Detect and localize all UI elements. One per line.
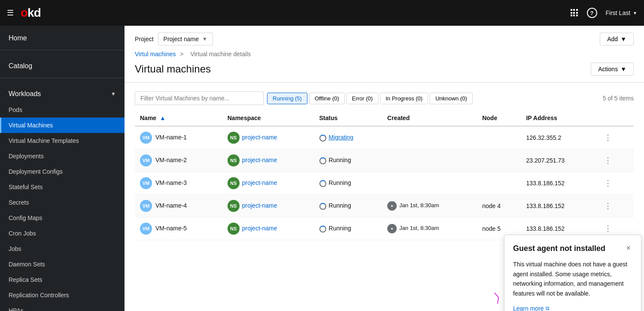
project-selector: Project Project name ▼ Add ▼	[135, 33, 634, 45]
cell-name: VMVM-name-4	[135, 195, 222, 217]
popover-close-button[interactable]: ×	[624, 244, 632, 253]
ip-address: 133.8.186.152	[526, 225, 565, 232]
sidebar-rs-label: Replica Sets	[9, 276, 43, 283]
filter-tab-in-progress[interactable]: In Progress (0)	[380, 93, 428, 104]
ns-badge: NS	[228, 200, 240, 212]
namespace-link[interactable]: project-name	[242, 157, 277, 163]
cell-namespace: NSproject-name	[222, 126, 314, 149]
sidebar-item-jobs[interactable]: Jobs	[0, 241, 125, 257]
col-name-label: Name	[140, 115, 156, 121]
sort-icon[interactable]: ▲	[160, 115, 166, 121]
kebab-menu-button[interactable]: ⋮	[601, 133, 615, 142]
status-migrating-link[interactable]: Migrating	[329, 134, 354, 141]
project-name: Project name	[164, 36, 199, 42]
filter-tab-error[interactable]: Error (0)	[346, 93, 378, 104]
filter-tab-running[interactable]: Running (5)	[267, 93, 307, 104]
cell-kebab: ⋮	[595, 172, 634, 195]
vm-name[interactable]: VM-name-2	[155, 157, 187, 163]
breadcrumb-separator: >	[180, 51, 183, 57]
ns-badge: NS	[228, 132, 240, 144]
sidebar-item-pods[interactable]: Pods	[0, 102, 125, 118]
ip-address: 126.32.355.2	[526, 134, 561, 141]
col-namespace: Namespace	[222, 110, 314, 126]
ns-badge: NS	[228, 177, 240, 189]
kebab-menu-button[interactable]: ⋮	[601, 178, 615, 188]
cell-status: Running	[314, 172, 383, 195]
sidebar-item-deployment-configs[interactable]: Deployment Configs	[0, 164, 125, 179]
sidebar-item-replication-controllers[interactable]: Replication Controllers	[0, 287, 125, 303]
logo-rest: kd	[27, 6, 41, 19]
sidebar-cj-label: Cron Jobs	[9, 230, 36, 237]
cell-namespace: NSproject-name	[222, 172, 314, 195]
hamburger-menu-icon[interactable]: ☰	[7, 8, 14, 18]
sidebar-item-cron-jobs[interactable]: Cron Jobs	[0, 226, 125, 241]
vm-name[interactable]: VM-name-4	[155, 202, 187, 209]
logo-o: o	[21, 6, 27, 19]
sidebar-item-config-maps[interactable]: Config Maps	[0, 210, 125, 226]
sidebar-hpas-label: HPAs	[9, 307, 24, 311]
add-button[interactable]: Add ▼	[600, 33, 634, 45]
filter-unknown-label: Unknown (0)	[435, 95, 467, 102]
project-caret-icon: ▼	[202, 36, 207, 42]
sidebar-item-stateful-sets[interactable]: Stateful Sets	[0, 179, 125, 195]
external-link-icon: ⧉	[546, 305, 550, 311]
vm-name[interactable]: VM-name-3	[155, 179, 187, 186]
sidebar-item-deployments[interactable]: Deployments	[0, 148, 125, 164]
sidebar-item-home[interactable]: Home	[0, 26, 125, 46]
vm-name[interactable]: VM-name-1	[155, 134, 187, 141]
namespace-link[interactable]: project-name	[242, 134, 277, 141]
sidebar-item-replica-sets[interactable]: Replica Sets	[0, 272, 125, 287]
cell-node	[477, 172, 521, 195]
app-logo: okd	[21, 6, 41, 20]
cell-ip: 126.32.355.2	[521, 126, 595, 149]
sidebar-section-workloads[interactable]: Workloads ▼	[0, 82, 125, 102]
sidebar-vmt-label: Virtual Machine Templates	[9, 137, 79, 144]
sidebar-item-daemon-sets[interactable]: Daemon Sets	[0, 257, 125, 272]
namespace-link[interactable]: project-name	[242, 202, 277, 209]
col-status: Status	[314, 110, 383, 126]
filter-tab-unknown[interactable]: Unknown (0)	[430, 93, 473, 104]
actions-button[interactable]: Actions ▼	[591, 63, 634, 75]
user-menu[interactable]: First Last ▼	[606, 9, 637, 16]
learn-more-link[interactable]: Learn more ⧉	[513, 305, 550, 311]
add-caret-icon: ▼	[620, 36, 626, 42]
created-timestamp: Jan 1st, 8:30am	[399, 225, 439, 231]
project-dropdown[interactable]: Project name ▼	[158, 33, 213, 45]
col-node: Node	[477, 110, 521, 126]
vm-name[interactable]: VM-name-5	[155, 225, 187, 232]
table-row: VMVM-name-4NSproject-nameRunning●Jan 1st…	[135, 195, 634, 217]
sidebar-item-catalog[interactable]: Catalog	[0, 54, 125, 74]
sidebar-item-hpas[interactable]: HPAs	[0, 303, 125, 311]
breadcrumb-link[interactable]: Virtul machines	[135, 51, 176, 57]
kebab-menu-button[interactable]: ⋮	[601, 224, 615, 233]
kebab-menu-button[interactable]: ⋮	[601, 201, 615, 211]
sidebar-item-virtual-machine-templates[interactable]: Virtual Machine Templates	[0, 133, 125, 148]
vm-table: Name ▲ Namespace Status Created	[135, 110, 634, 240]
sidebar-catalog-label: Catalog	[9, 62, 32, 70]
node-label: node 4	[482, 202, 501, 209]
cell-namespace: NSproject-name	[222, 217, 314, 240]
filter-row: Running (5) Offline (0) Error (0) In Pro…	[135, 91, 634, 105]
filter-input[interactable]	[135, 91, 264, 105]
sidebar-item-secrets[interactable]: Secrets	[0, 195, 125, 210]
namespace-link[interactable]: project-name	[242, 225, 277, 232]
calendar-icon: ●	[387, 201, 397, 211]
cell-name: VMVM-name-3	[135, 172, 222, 195]
filter-tab-offline[interactable]: Offline (0)	[309, 93, 345, 104]
cell-ip: 133.8.186.152	[521, 195, 595, 217]
sidebar: Home Catalog Workloads ▼ Pods Virtual Ma…	[0, 26, 125, 311]
kebab-menu-button[interactable]: ⋮	[601, 156, 615, 165]
sidebar-item-virtual-machines[interactable]: Virtual Machines	[0, 118, 125, 133]
header-actions: Actions ▼	[591, 63, 634, 75]
table-container: Name ▲ Namespace Status Created	[135, 110, 634, 240]
calendar-icon: ●	[387, 224, 397, 233]
namespace-link[interactable]: project-name	[242, 179, 277, 186]
help-icon[interactable]: ?	[587, 8, 597, 18]
cell-status: Running	[314, 195, 383, 217]
sidebar-home-label: Home	[9, 34, 27, 42]
sidebar-deployments-label: Deployments	[9, 153, 44, 160]
sidebar-rc-label: Replication Controllers	[9, 292, 69, 299]
table-header-row: Name ▲ Namespace Status Created	[135, 110, 634, 126]
cell-created: ●Jan 1st, 8:30am	[382, 195, 477, 217]
grid-icon[interactable]	[571, 9, 578, 17]
